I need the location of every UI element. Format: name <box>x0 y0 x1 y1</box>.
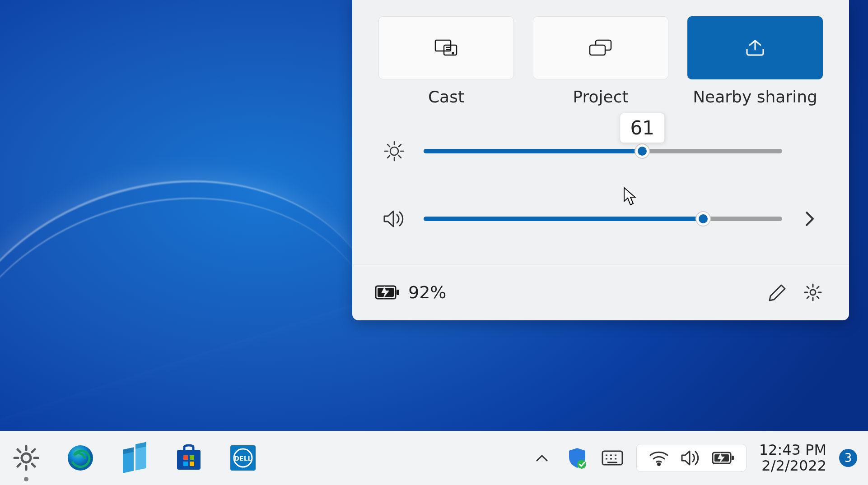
dell-icon: DELL <box>229 443 257 472</box>
quick-settings-panel: Cast Project Nearby sharing <box>352 0 849 320</box>
edge-icon <box>66 443 95 472</box>
project-tile-label: Project <box>573 88 628 106</box>
server-manager-icon <box>120 442 149 474</box>
cast-tile-label: Cast <box>428 88 464 106</box>
battery-status[interactable]: 92% <box>375 282 756 302</box>
volume-output-chevron[interactable] <box>796 210 823 228</box>
brightness-tooltip: 61 <box>620 113 665 143</box>
tray-quick-settings-trigger[interactable] <box>636 444 747 472</box>
notification-count-badge[interactable]: 3 <box>839 449 857 467</box>
svg-rect-20 <box>190 462 194 466</box>
svg-rect-4 <box>590 45 605 55</box>
taskbar-app-edge[interactable] <box>62 440 98 476</box>
brightness-slider-row: 61 <box>378 133 823 169</box>
svg-point-26 <box>658 463 660 466</box>
cast-tile[interactable] <box>378 16 514 79</box>
brightness-icon <box>383 140 406 162</box>
nearby-share-icon <box>744 39 766 57</box>
security-shield-icon <box>567 447 587 469</box>
taskbar-system-tray: 12:43 PM 2/2/2022 3 <box>531 442 857 474</box>
chevron-up-icon <box>535 453 549 462</box>
project-tile[interactable] <box>533 16 668 79</box>
taskbar-app-ms-store[interactable] <box>171 440 207 476</box>
svg-point-5 <box>390 147 398 155</box>
svg-point-9 <box>810 290 816 295</box>
volume-icon <box>383 208 406 229</box>
quick-settings-tiles-row: Cast Project Nearby sharing <box>352 0 849 106</box>
svg-rect-17 <box>183 455 188 460</box>
cast-icon <box>434 39 458 57</box>
battery-percent-label: 92% <box>408 282 446 302</box>
taskbar-app-server-manager[interactable] <box>117 440 153 476</box>
svg-point-2 <box>453 53 454 54</box>
tray-windows-security[interactable] <box>566 447 588 469</box>
tray-input-keyboard[interactable] <box>601 447 624 469</box>
nearby-sharing-tile[interactable] <box>687 16 823 79</box>
svg-point-24 <box>577 460 586 469</box>
taskbar-pinned-apps: DELL <box>8 440 261 476</box>
svg-rect-19 <box>183 462 188 466</box>
edit-quick-settings-button[interactable] <box>764 279 791 306</box>
nearby-sharing-tile-label: Nearby sharing <box>693 88 817 106</box>
gear-icon <box>803 282 823 302</box>
quick-settings-footer: 92% <box>352 264 849 320</box>
svg-point-10 <box>22 453 31 462</box>
svg-rect-16 <box>177 450 201 470</box>
taskbar-clock[interactable]: 12:43 PM 2/2/2022 <box>759 442 826 474</box>
svg-rect-18 <box>190 455 194 460</box>
taskbar: DELL <box>0 431 868 485</box>
battery-tray-icon <box>712 451 734 465</box>
settings-app-icon <box>12 443 41 472</box>
svg-text:DELL: DELL <box>234 455 252 462</box>
project-icon <box>588 39 613 57</box>
ms-store-icon <box>174 443 203 472</box>
svg-rect-28 <box>732 456 734 460</box>
clock-date: 2/2/2022 <box>761 458 826 474</box>
pencil-icon <box>769 283 787 301</box>
open-settings-button[interactable] <box>799 279 826 306</box>
battery-charging-icon <box>375 284 400 300</box>
keyboard-icon <box>601 450 624 466</box>
taskbar-app-dell[interactable]: DELL <box>225 440 261 476</box>
volume-slider-row <box>378 201 823 237</box>
volume-slider[interactable] <box>424 217 782 221</box>
chevron-right-icon <box>804 210 815 228</box>
wifi-icon <box>649 450 669 466</box>
volume-tray-icon <box>680 449 701 467</box>
svg-rect-7 <box>397 290 399 295</box>
clock-time: 12:43 PM <box>759 442 826 458</box>
brightness-slider[interactable]: 61 <box>424 149 782 153</box>
taskbar-app-settings[interactable] <box>8 440 44 476</box>
tray-overflow-chevron[interactable] <box>531 447 553 469</box>
